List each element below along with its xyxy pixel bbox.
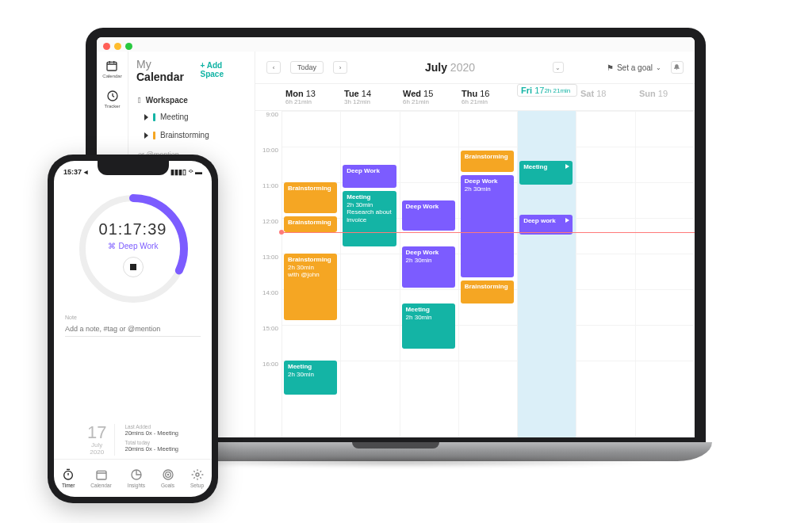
sidebar-section-workspace[interactable]: 𖠿 Workspace	[128, 93, 255, 108]
hour-label: 13:00	[255, 254, 282, 289]
phone-notch	[98, 161, 169, 175]
tab-label: Goals	[161, 483, 174, 488]
play-icon	[144, 114, 148, 120]
tab-bar: TimerCalendarInsightsGoalsSetup	[54, 459, 212, 497]
calendar-event[interactable]: Meeting	[519, 161, 573, 185]
calendar-event[interactable]: Deep Work2h 30min	[402, 246, 455, 288]
calendar-event[interactable]: Deep Work	[402, 200, 455, 231]
calendar-event[interactable]: Deep Work	[343, 165, 396, 189]
day-column[interactable]: BrainstormingDeep Work2h 30minBrainstorm…	[459, 111, 518, 437]
calendar-event[interactable]: Deep work	[519, 215, 573, 235]
set-goal-label: Set a goal	[617, 63, 653, 72]
summary-row: Total today20mins 0x - Meeting	[124, 440, 178, 452]
timer-ring: 01:17:39 ⌘ Deep Work	[74, 189, 193, 308]
calendar-event[interactable]: Brainstorming	[284, 216, 337, 233]
calendar-event[interactable]: Brainstorming	[461, 281, 514, 304]
prev-week-button[interactable]: ‹	[266, 61, 281, 74]
tab-goals[interactable]: Goals	[161, 468, 174, 488]
laptop-hinge-notch	[352, 442, 439, 449]
month-label: July 2020	[425, 61, 475, 74]
summary-date-year: 2020	[90, 449, 104, 456]
current-time-indicator	[282, 232, 695, 233]
chevron-down-icon: ⌄	[656, 64, 661, 71]
close-window-button[interactable]	[103, 43, 110, 50]
calendar-event[interactable]: Brainstorming	[284, 182, 337, 213]
day-column[interactable]: Deep WorkMeeting2h 30minResearch aboutin…	[341, 111, 400, 437]
maximize-window-button[interactable]	[125, 43, 132, 50]
phone-device: 15:37 ◂ ▮▮▮▯ ⌔ ▬ 01:17:39 ⌘ Deep Work	[48, 155, 218, 503]
day-column[interactable]: BrainstormingBrainstormingBrainstorming2…	[282, 111, 341, 437]
day-header[interactable]: Tue 143h 12min	[341, 84, 400, 110]
status-time: 15:37 ◂	[63, 168, 88, 176]
day-header[interactable]: Wed 156h 21min	[400, 84, 458, 110]
minimize-window-button[interactable]	[114, 43, 121, 50]
workspace-icon: 𖠿	[138, 96, 141, 105]
tab-label: Setup	[190, 483, 204, 488]
hour-gutter: 9:0010:0011:0012:0013:0014:0015:0016:00	[255, 111, 282, 437]
day-column[interactable]: Deep WorkDeep Work2h 30minMeeting2h 30mi…	[400, 111, 459, 437]
svg-rect-5	[97, 471, 106, 479]
day-header[interactable]: Sun 19	[636, 84, 695, 110]
today-summary: 17 July 2020 Last Added20mins 0x - Meeti…	[76, 418, 190, 459]
day-headers: Mon 136h 21minTue 143h 12minWed 156h 21m…	[255, 83, 695, 111]
stop-timer-button[interactable]	[123, 257, 144, 277]
tab-insights[interactable]: Insights	[128, 468, 145, 488]
day-header[interactable]: Thu 166h 21min	[458, 84, 517, 110]
calendar-icon	[95, 468, 108, 481]
sidebar-item-meeting[interactable]: Meeting	[128, 108, 255, 126]
day-column[interactable]: MeetingDeep work	[518, 111, 576, 437]
calendar-topbar: ‹ Today › July 2020 ⌄ ⚑ Set a goal ⌄	[255, 52, 695, 83]
svg-rect-0	[107, 62, 117, 71]
sidebar-item-label: Meeting	[160, 113, 189, 121]
goals-icon	[162, 468, 174, 481]
wifi-icon: ⌔	[189, 168, 193, 176]
setup-icon	[191, 468, 204, 481]
next-week-button[interactable]: ›	[333, 61, 347, 74]
add-space-button[interactable]: + Add Space	[201, 61, 247, 78]
timer-value: 01:17:39	[99, 220, 167, 239]
nav-rail-label: Calendar	[102, 74, 121, 78]
day-header[interactable]: Mon 136h 21min	[282, 84, 341, 110]
set-goal-button[interactable]: ⚑ Set a goal ⌄	[607, 63, 661, 72]
day-header[interactable]: Sat 18	[577, 84, 636, 110]
tab-timer[interactable]: Timer	[62, 468, 75, 488]
note-input[interactable]	[65, 323, 201, 337]
color-swatch	[153, 113, 155, 121]
note-area: Note	[54, 308, 212, 340]
timer-task[interactable]: ⌘ Deep Work	[108, 242, 159, 250]
nav-rail-tracker[interactable]: Tracker	[104, 90, 120, 109]
hour-label: 9:00	[255, 111, 282, 147]
svg-point-10	[196, 473, 199, 476]
calendar-event[interactable]: Meeting2h 30min	[284, 361, 337, 395]
play-icon	[565, 164, 569, 169]
day-column[interactable]	[636, 111, 695, 437]
play-icon	[565, 218, 569, 223]
calendar-event[interactable]: Brainstorming	[461, 151, 514, 172]
nav-rail-label: Tracker	[104, 104, 120, 109]
color-swatch	[153, 132, 155, 139]
sidebar-item-brainstorming[interactable]: Brainstorming	[128, 126, 255, 144]
tab-calendar[interactable]: Calendar	[90, 468, 111, 488]
calendar-grid: 9:0010:0011:0012:0013:0014:0015:0016:00 …	[255, 111, 695, 437]
calendar-event[interactable]: Meeting2h 30min	[402, 303, 455, 349]
signal-icon: ▮▮▮▯	[170, 168, 186, 176]
calendar-event[interactable]: Deep Work2h 30min	[461, 175, 514, 277]
nav-rail-calendar[interactable]: Calendar	[102, 59, 121, 78]
timer-task-label: Deep Work	[119, 242, 159, 250]
link-icon: ⌘	[108, 242, 116, 250]
month-dropdown[interactable]: ⌄	[553, 62, 564, 73]
hour-label: 10:00	[255, 147, 282, 182]
summary-date: 17 July 2020	[87, 424, 115, 456]
status-icons: ▮▮▮▯ ⌔ ▬	[170, 168, 202, 176]
today-button[interactable]: Today	[290, 61, 324, 74]
notifications-button[interactable]: 🔔︎	[671, 61, 684, 74]
timer-section: 01:17:39 ⌘ Deep Work Note 17 July	[54, 183, 212, 459]
tab-label: Timer	[62, 483, 75, 488]
tracker-icon	[106, 90, 119, 102]
hour-label: 15:00	[255, 325, 282, 361]
calendar-event[interactable]: Brainstorming2h 30minwith @john	[284, 254, 337, 320]
day-header[interactable]: Fri 172h 21min	[517, 84, 577, 97]
tab-setup[interactable]: Setup	[190, 468, 204, 488]
calendar-event[interactable]: Meeting2h 30minResearch aboutinvoice	[343, 191, 396, 246]
day-column[interactable]	[576, 111, 635, 437]
